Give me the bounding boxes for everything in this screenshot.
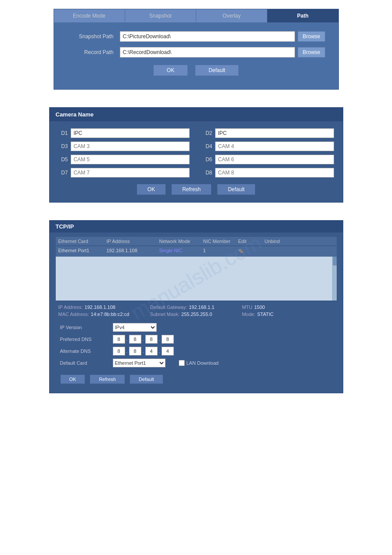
col-ip-address: IP Address [107, 239, 159, 244]
cam-input-d6[interactable] [215, 155, 334, 164]
cell-nic-member: 1 [203, 248, 238, 255]
cam-row-d3: D3 [58, 141, 190, 151]
gateway-info-pair: Default Gateway: 192.168.1.1 [150, 305, 242, 310]
col-network-mode: Network Mode [159, 239, 203, 244]
record-path-input[interactable] [120, 47, 295, 58]
preferred-dns-octet-4[interactable] [162, 335, 174, 344]
subnet-info-val: 255.255.255.0 [181, 312, 212, 317]
record-path-label: Record Path [67, 49, 120, 55]
tab-path[interactable]: Path [267, 9, 338, 22]
camera-button-row: OK Refresh Default [58, 184, 334, 195]
ip-version-label: IP Version [60, 325, 108, 330]
tcpip-refresh-button[interactable]: Refresh [90, 374, 125, 384]
record-browse-button[interactable]: Browse [298, 47, 325, 58]
path-panel-body: Snapshot Path Browse Record Path Browse … [54, 22, 338, 89]
snapshot-path-input[interactable] [120, 31, 295, 42]
ip-info-val: 192.168.1.108 [85, 305, 115, 310]
cam-row-d7: D7 [58, 168, 190, 178]
edit-icon[interactable]: ✎ [238, 248, 265, 255]
cam-row-d2: D2 [203, 128, 334, 138]
alternate-dns-row: Alternate DNS . . . [60, 347, 332, 355]
cam-input-d3[interactable] [71, 141, 190, 151]
default-card-label: Default Card [60, 360, 108, 366]
cam-label-d3: D3 [58, 143, 68, 149]
alternate-dns-octet-1[interactable] [113, 347, 125, 355]
alternate-dns-octet-3[interactable] [145, 347, 158, 355]
preferred-dns-row: Preferred DNS . . . [60, 335, 332, 344]
mode-info-pair: Mode: STATIC [242, 312, 334, 317]
preferred-dns-octet-2[interactable] [129, 335, 141, 344]
camera-name-title: Camera Name [50, 108, 343, 121]
cell-ethernet-card: Ethernet Port1 [58, 248, 107, 255]
lan-download-label: LAN Download [187, 360, 219, 366]
tcpip-button-row: OK Refresh Default [56, 371, 337, 388]
cam-label-d7: D7 [58, 170, 68, 176]
tcpip-table-body [56, 257, 337, 301]
ip-version-row: IP Version IPv4 IPv6 [60, 323, 332, 332]
ip-info-pair: IP Address: 192.168.1.108 [58, 305, 150, 310]
dns-sep-6: . [159, 348, 160, 354]
tcpip-scrollbar[interactable] [332, 257, 337, 301]
dns-sep-2: . [143, 337, 144, 342]
cam-row-d1: D1 [58, 128, 190, 138]
camera-name-panel: Camera Name D1 D2 D3 D4 [49, 107, 343, 203]
path-panel: Encode Mode Snapshot Overlay Path Snapsh… [54, 9, 339, 90]
cam-input-d7[interactable] [71, 168, 190, 178]
tcpip-table-row: Ethernet Port1 192.168.1.108 Single NIC … [56, 246, 337, 257]
record-path-row: Record Path Browse [67, 47, 325, 58]
subnet-info-label: Subnet Mask: [150, 312, 180, 317]
tcpip-ok-button[interactable]: OK [60, 374, 86, 384]
cell-network-mode: Single NIC [159, 248, 203, 255]
cam-input-d4[interactable] [215, 141, 334, 151]
snapshot-browse-button[interactable]: Browse [298, 31, 325, 42]
tab-overlay[interactable]: Overlay [196, 9, 267, 22]
dns-sep-3: . [159, 337, 160, 342]
preferred-dns-octet-3[interactable] [145, 335, 158, 344]
path-ok-button[interactable]: OK [153, 65, 188, 76]
gateway-info-val: 192.168.1.1 [189, 305, 214, 310]
scrollbar-thumb [333, 257, 337, 265]
tab-bar: Encode Mode Snapshot Overlay Path [54, 9, 338, 22]
lan-download-checkbox[interactable] [179, 360, 185, 366]
cam-input-d2[interactable] [215, 128, 334, 138]
cam-row-d8: D8 [203, 168, 334, 178]
snapshot-path-row: Snapshot Path Browse [67, 31, 325, 42]
camera-default-button[interactable]: Default [217, 184, 255, 195]
col-unbind: Unbind [265, 239, 334, 244]
alternate-dns-octet-4[interactable] [162, 347, 174, 355]
mtu-info-label: MTU [242, 305, 252, 310]
col-ethernet-card: Ethernet Card [58, 239, 107, 244]
tcpip-table-header: Ethernet Card IP Address Network Mode NI… [56, 237, 337, 246]
camera-name-body: D1 D2 D3 D4 D5 [50, 121, 343, 202]
cam-label-d5: D5 [58, 156, 68, 163]
tcpip-default-button[interactable]: Default [129, 374, 163, 384]
camera-refresh-button[interactable]: Refresh [171, 184, 212, 195]
dns-sep-4: . [126, 348, 128, 354]
tcpip-config-section: IP Version IPv4 IPv6 Preferred DNS . . . [56, 319, 337, 371]
camera-ok-button[interactable]: OK [137, 184, 166, 195]
col-nic-member: NIC Member [203, 239, 238, 244]
dns-sep-5: . [143, 348, 144, 354]
dns-sep-1: . [126, 337, 128, 342]
cam-label-d6: D6 [203, 156, 212, 163]
preferred-dns-octet-1[interactable] [113, 335, 125, 344]
cam-row-d4: D4 [203, 141, 334, 151]
ip-info-label: IP Address: [58, 305, 83, 310]
cam-input-d5[interactable] [71, 155, 190, 164]
alternate-dns-octet-2[interactable] [129, 347, 141, 355]
default-card-select[interactable]: Ethernet Port1 [113, 359, 165, 367]
cam-label-d1: D1 [58, 130, 68, 136]
col-edit: Edit [238, 239, 265, 244]
camera-grid: D1 D2 D3 D4 D5 [58, 128, 334, 178]
ip-version-select[interactable]: IPv4 IPv6 [113, 323, 157, 332]
cam-row-d6: D6 [203, 155, 334, 164]
mode-info-label: Mode: [242, 312, 255, 317]
mtu-info-val: 1500 [254, 305, 265, 310]
cam-label-d8: D8 [203, 170, 212, 176]
default-card-row: Default Card Ethernet Port1 LAN Download [60, 359, 332, 367]
tab-snapshot[interactable]: Snapshot [125, 9, 196, 22]
cam-input-d8[interactable] [215, 168, 334, 178]
cam-input-d1[interactable] [71, 128, 190, 138]
tab-encode-mode[interactable]: Encode Mode [54, 9, 125, 22]
path-default-button[interactable]: Default [195, 65, 239, 76]
